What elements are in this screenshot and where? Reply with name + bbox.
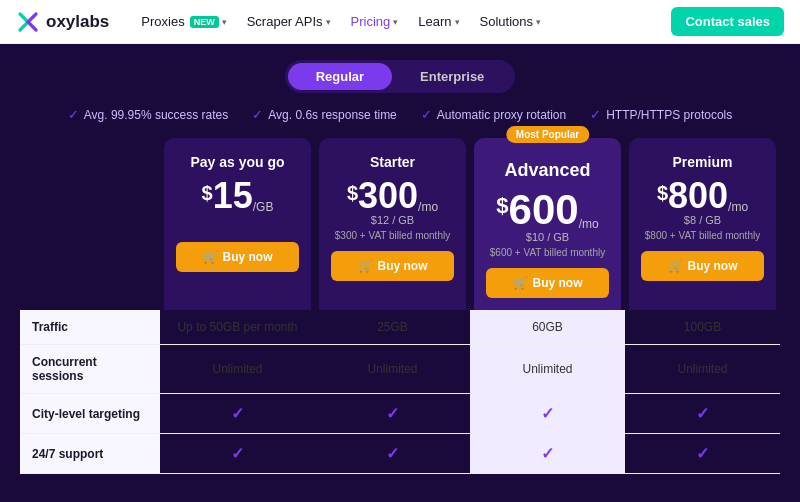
cart-icon: 🛒: [203, 250, 218, 264]
price-billed: $600 + VAT billed monthly: [486, 247, 609, 258]
price-billed: $800 + VAT billed monthly: [641, 230, 764, 241]
cart-icon: 🛒: [358, 259, 373, 273]
price-per-gb: $12 / GB: [331, 214, 454, 226]
compare-advanced-traffic: 60GB: [470, 310, 625, 345]
nav-solutions[interactable]: Solutions ▾: [472, 10, 549, 33]
compare-payg-traffic: Up to 50GB per month: [160, 310, 315, 345]
price-amount: 600: [509, 189, 579, 231]
check-icon: ✓: [231, 444, 244, 463]
price-per-gb: $8 / GB: [641, 214, 764, 226]
cart-icon: 🛒: [513, 276, 528, 290]
check-icon: ✓: [421, 107, 432, 122]
empty-header: [20, 138, 160, 310]
price-dollar-sign: $: [657, 182, 668, 205]
toggle-pill: Regular Enterprise: [285, 60, 516, 93]
check-icon: ✓: [231, 404, 244, 423]
compare-advanced-concurrent: Unlimited: [470, 345, 625, 394]
logo-text: oxylabs: [46, 12, 109, 32]
check-icon: ✓: [696, 404, 709, 423]
chevron-down-icon: ▾: [326, 17, 331, 27]
card-advanced-title: Advanced: [486, 160, 609, 181]
check-icon: ✓: [541, 404, 554, 423]
price-billed: $300 + VAT billed monthly: [331, 230, 454, 241]
check-icon: ✓: [386, 444, 399, 463]
check-icon: ✓: [386, 404, 399, 423]
price-amount: 15: [213, 178, 253, 214]
compare-label-concurrent: Concurrent sessions: [20, 345, 160, 394]
cart-icon: 🛒: [668, 259, 683, 273]
chevron-down-icon: ▾: [393, 17, 398, 27]
feature-badges: ✓ Avg. 99.95% success rates ✓ Avg. 0.6s …: [20, 107, 780, 122]
compare-starter-support: ✓: [315, 434, 470, 474]
card-payg-title: Pay as you go: [176, 154, 299, 170]
check-icon: ✓: [696, 444, 709, 463]
check-icon: ✓: [252, 107, 263, 122]
plan-type-toggle: Regular Enterprise: [20, 60, 780, 93]
price-period: /GB: [253, 200, 274, 214]
compare-premium-city: ✓: [625, 394, 780, 434]
buy-button-premium[interactable]: 🛒 Buy now: [641, 251, 764, 281]
price-per-gb: $10 / GB: [486, 231, 609, 243]
check-icon: ✓: [68, 107, 79, 122]
compare-advanced-support: ✓: [470, 434, 625, 474]
card-advanced-price: $ 600 /mo: [486, 189, 609, 231]
price-dollar-sign: $: [347, 182, 358, 205]
card-starter-price: $ 300 /mo: [331, 178, 454, 214]
card-starter-title: Starter: [331, 154, 454, 170]
pricing-section: Regular Enterprise ✓ Avg. 99.95% success…: [0, 44, 800, 474]
compare-label-traffic: Traffic: [20, 310, 160, 345]
feature-badge-3: ✓ HTTP/HTTPS protocols: [590, 107, 732, 122]
check-icon: ✓: [541, 444, 554, 463]
toggle-enterprise[interactable]: Enterprise: [392, 63, 512, 90]
card-premium: Premium $ 800 /mo $8 / GB $800 + VAT bil…: [629, 138, 776, 310]
pricing-grid: Pay as you go $ 15 /GB 🛒 Buy now Starter…: [20, 138, 780, 474]
feature-badge-0: ✓ Avg. 99.95% success rates: [68, 107, 229, 122]
compare-payg-concurrent: Unlimited: [160, 345, 315, 394]
price-amount: 300: [358, 178, 418, 214]
compare-starter-traffic: 25GB: [315, 310, 470, 345]
nav-pricing[interactable]: Pricing ▾: [343, 10, 407, 33]
compare-premium-support: ✓: [625, 434, 780, 474]
compare-starter-concurrent: Unlimited: [315, 345, 470, 394]
nav-proxies[interactable]: Proxies NEW ▾: [133, 10, 234, 33]
compare-premium-traffic: 100GB: [625, 310, 780, 345]
card-starter: Starter $ 300 /mo $12 / GB $300 + VAT bi…: [319, 138, 466, 310]
feature-badge-2: ✓ Automatic proxy rotation: [421, 107, 566, 122]
price-amount: 800: [668, 178, 728, 214]
buy-button-starter[interactable]: 🛒 Buy now: [331, 251, 454, 281]
feature-badge-1: ✓ Avg. 0.6s response time: [252, 107, 397, 122]
nav-items: Proxies NEW ▾ Scraper APIs ▾ Pricing ▾ L…: [133, 10, 549, 33]
nav-scraper-apis[interactable]: Scraper APIs ▾: [239, 10, 339, 33]
price-period: /mo: [728, 200, 748, 214]
contact-sales-button[interactable]: Contact sales: [671, 7, 784, 36]
price-period: /mo: [418, 200, 438, 214]
toggle-regular[interactable]: Regular: [288, 63, 392, 90]
chevron-down-icon: ▾: [222, 17, 227, 27]
buy-button-advanced[interactable]: 🛒 Buy now: [486, 268, 609, 298]
card-premium-title: Premium: [641, 154, 764, 170]
nav-badge-new: NEW: [190, 16, 219, 28]
check-icon: ✓: [590, 107, 601, 122]
compare-payg-city: ✓: [160, 394, 315, 434]
card-advanced: Most Popular Advanced $ 600 /mo $10 / GB…: [474, 138, 621, 310]
compare-starter-city: ✓: [315, 394, 470, 434]
card-premium-price: $ 800 /mo: [641, 178, 764, 214]
compare-payg-support: ✓: [160, 434, 315, 474]
chevron-down-icon: ▾: [536, 17, 541, 27]
price-dollar-sign: $: [202, 182, 213, 205]
chevron-down-icon: ▾: [455, 17, 460, 27]
compare-premium-concurrent: Unlimited: [625, 345, 780, 394]
card-payg-price: $ 15 /GB: [176, 178, 299, 214]
navbar: oxylabs Proxies NEW ▾ Scraper APIs ▾ Pri…: [0, 0, 800, 44]
card-payg: Pay as you go $ 15 /GB 🛒 Buy now: [164, 138, 311, 310]
compare-advanced-city: ✓: [470, 394, 625, 434]
most-popular-badge: Most Popular: [506, 126, 589, 143]
price-period: /mo: [579, 217, 599, 231]
compare-label-support: 24/7 support: [20, 434, 160, 474]
price-dollar-sign: $: [496, 193, 508, 219]
compare-label-city: City-level targeting: [20, 394, 160, 434]
logo[interactable]: oxylabs: [16, 10, 109, 34]
buy-button-payg[interactable]: 🛒 Buy now: [176, 242, 299, 272]
nav-learn[interactable]: Learn ▾: [410, 10, 467, 33]
